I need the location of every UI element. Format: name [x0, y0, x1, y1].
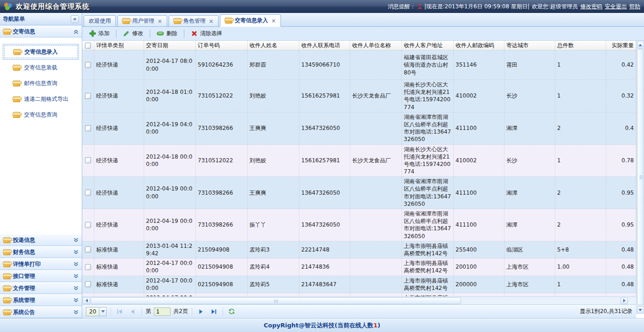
table-row[interactable]: 标准快递 2012-04-17 00:00:00 0215094908 孟玲莉4… — [82, 258, 636, 276]
add-button[interactable]: 添加 — [85, 28, 114, 39]
row-checkbox[interactable] — [85, 157, 91, 163]
sidebar-group-interface-mgmt[interactable]: 接口管理 — [0, 270, 82, 282]
delete-button[interactable]: 删除 — [152, 28, 182, 39]
tab-role-management[interactable]: 角色管理 × — [169, 15, 219, 26]
cell-zipcode: 411100 — [454, 112, 504, 145]
cell-count: 1 — [555, 80, 606, 112]
sidebar-group-delivery-info[interactable]: 交寄信息 — [0, 25, 82, 37]
column-header-phone[interactable]: 收件人联系电话 — [299, 41, 350, 50]
row-checkbox[interactable] — [85, 62, 91, 68]
table-row[interactable]: 标准快递 2012-04-17 00:00:00 0215094908 孟玲莉5… — [82, 276, 636, 293]
sidebar-item-express-export[interactable]: 速递二期格式导出 — [3, 91, 79, 107]
sidebar-group-file-mgmt[interactable]: 文件管理 — [0, 282, 82, 294]
first-page-button[interactable] — [115, 307, 125, 316]
cell-date: 2012-04-19 00:00:00 — [144, 209, 196, 241]
scroll-up-button[interactable] — [637, 41, 644, 49]
column-header-address[interactable]: 收件人客户地址 — [402, 41, 454, 50]
sidebar-group-system-mgmt[interactable]: 系统管理 — [0, 294, 82, 306]
cell-type: 经济快递 — [94, 112, 144, 145]
sidebar-item-mail-query[interactable]: 邮件信息查询 — [3, 75, 79, 91]
horizontal-scrollbar[interactable] — [82, 296, 636, 304]
page-size-select[interactable]: 20 — [86, 307, 107, 316]
chevron-double-up-icon[interactable] — [73, 29, 79, 34]
prev-page-button[interactable] — [128, 307, 138, 316]
chevron-double-down-icon[interactable] — [73, 298, 79, 303]
page-total-label: 共2页 — [173, 307, 188, 315]
horizontal-scroll-track[interactable] — [91, 297, 620, 304]
message-person-icon[interactable] — [418, 4, 422, 9]
scroll-left-button[interactable] — [83, 297, 90, 304]
chevron-double-down-icon[interactable] — [73, 250, 79, 255]
chevron-down-icon[interactable] — [99, 307, 106, 316]
cell-city: 上海市区 — [504, 293, 555, 296]
sidebar-group-detail-print[interactable]: 详情单打印 — [0, 258, 82, 270]
row-checkbox[interactable] — [85, 264, 91, 270]
chevron-double-down-icon[interactable] — [73, 274, 79, 279]
cell-recipient-name: 孟玲莉4 — [248, 258, 299, 276]
table-row[interactable]: 经济快递 2012-04-18 00:00:00 7310512022 刘艳姣 … — [82, 145, 636, 177]
welcome-text: 欢迎您:超级管理员 — [532, 3, 578, 11]
row-checkbox[interactable] — [85, 222, 91, 228]
sidebar-group-finance-info[interactable]: 财务信息 — [0, 246, 82, 258]
row-checkbox[interactable] — [85, 125, 91, 131]
sidebar-item-delivery-load[interactable]: 交寄信息装载 — [3, 60, 79, 75]
close-icon[interactable]: × — [271, 18, 276, 24]
chevron-double-down-icon[interactable] — [73, 310, 79, 315]
tab-welcome[interactable]: 欢迎使用 — [84, 15, 116, 26]
scroll-right-button[interactable] — [620, 297, 628, 304]
chevron-double-down-icon[interactable] — [73, 238, 79, 243]
column-header-zipcode[interactable]: 收件人邮政编码 — [454, 41, 504, 50]
column-header-date[interactable]: 交寄日期 — [144, 41, 196, 50]
close-icon[interactable]: × — [209, 18, 213, 25]
edit-button[interactable]: 修改 — [119, 28, 147, 39]
vertical-scrollbar[interactable] — [636, 41, 644, 314]
change-password-link[interactable]: 修改密码 — [580, 3, 602, 11]
logout-link[interactable]: 安全退出 — [605, 3, 627, 11]
horizontal-scroll-thumb[interactable] — [91, 297, 461, 304]
select-all-checkbox[interactable] — [85, 43, 91, 49]
table-row[interactable]: 经济快递 2012-04-19 04:00:00 7310398266 王爽爽 … — [82, 112, 636, 145]
refresh-button[interactable] — [227, 307, 237, 316]
tab-delivery-entry[interactable]: 交寄信息录入 × — [220, 14, 281, 27]
vertical-scroll-thumb[interactable] — [637, 49, 644, 305]
table-row[interactable]: 标准快递 2013-01-04 11:29:42 215094908 孟玲莉3 … — [82, 241, 636, 258]
chevron-double-down-icon[interactable] — [73, 262, 79, 267]
tab-user-management[interactable]: 用户管理 × — [117, 15, 167, 26]
column-header-count[interactable]: 总件数 — [555, 41, 606, 50]
row-checkbox[interactable] — [85, 281, 91, 287]
column-header-type[interactable]: 详情单类别 — [94, 41, 144, 50]
column-header-company[interactable]: 收件人单位名称 — [350, 41, 402, 50]
cell-city: 上海市区 — [504, 276, 555, 293]
column-header-weight[interactable]: 实际重量 — [606, 41, 636, 50]
last-page-button[interactable] — [209, 307, 219, 316]
package-icon — [13, 80, 20, 86]
sidebar-group-system-notice[interactable]: 系统公告 — [0, 306, 82, 318]
table-row[interactable]: 标准快递 2012-04-17 00:00:00 0215094908 孟玲莉6… — [82, 293, 636, 296]
next-page-button[interactable] — [196, 307, 206, 316]
sidebar-collapse-button[interactable]: « — [71, 15, 79, 23]
row-checkbox[interactable] — [85, 190, 91, 196]
sidebar-item-delivery-query[interactable]: 交寄信息查询 — [3, 107, 79, 123]
page-number-input[interactable] — [154, 307, 170, 316]
refresh-icon — [228, 308, 235, 315]
close-icon[interactable]: × — [158, 18, 162, 25]
table-row[interactable]: 经济快递 2012-04-19 00:00:00 7310398266 王爽爽 … — [82, 177, 636, 209]
column-header-recipient[interactable]: 收件人姓名 — [248, 41, 299, 50]
package-icon — [13, 65, 20, 71]
sidebar-item-delivery-entry[interactable]: 交寄信息录入 — [3, 44, 79, 60]
cell-weight: 0.32 — [606, 80, 636, 112]
chevron-double-down-icon[interactable] — [73, 286, 79, 291]
row-checkbox[interactable] — [85, 246, 91, 252]
cell-type: 经济快递 — [94, 145, 144, 177]
table-row[interactable]: 经济快递 2012-04-18 01:00:00 7310512022 刘艳姣 … — [82, 80, 636, 112]
table-row[interactable]: 经济快递 2012-04-17 08:00:00 5910264236 郑群霞 … — [82, 50, 636, 80]
cell-type: 标准快递 — [94, 241, 144, 258]
column-header-order-no[interactable]: 订单号码 — [196, 41, 248, 50]
row-checkbox[interactable] — [85, 93, 91, 99]
scroll-down-button[interactable] — [637, 306, 644, 314]
table-row[interactable]: 经济快递 2012-04-19 00:00:00 7310398266 振丫丫 … — [82, 209, 636, 241]
clear-selection-button[interactable]: 清除选择 — [187, 28, 226, 39]
sidebar-group-post-info[interactable]: 投递信息 — [0, 234, 82, 246]
help-link[interactable]: 帮助 — [629, 3, 640, 11]
column-header-city[interactable]: 寄达城市 — [504, 41, 555, 50]
